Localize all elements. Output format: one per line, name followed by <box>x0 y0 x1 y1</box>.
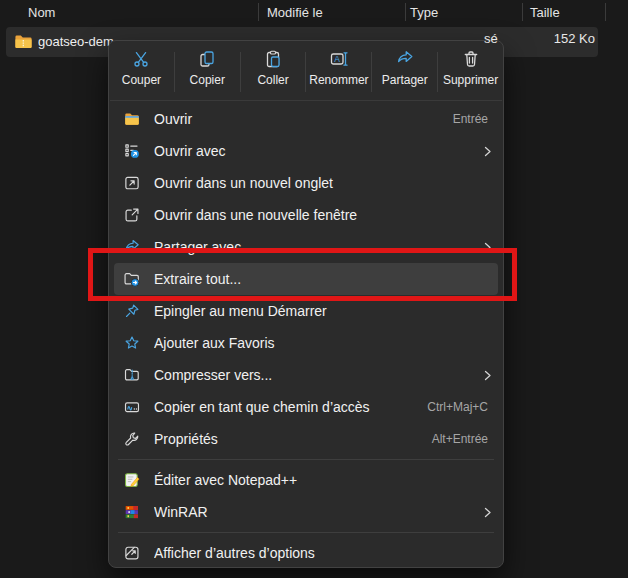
menu-item-label: Ouvrir dans une nouvelle fenêtre <box>154 207 494 223</box>
menu-item-pin[interactable]: Epingler au menu Démarrer <box>114 295 498 327</box>
column-header-size[interactable]: Taille <box>530 5 560 20</box>
notepadpp-icon <box>123 471 141 489</box>
toolbar-button-rename[interactable]: A Renommer <box>306 46 371 100</box>
submenu-chevron-icon <box>481 369 494 382</box>
compress-icon <box>123 366 141 384</box>
winrar-icon <box>123 503 141 521</box>
menu-item-more-options[interactable]: Afficher d’autres d’options <box>114 537 498 569</box>
menu-item-label: Ouvrir dans un nouvel onglet <box>154 175 494 191</box>
toolbar-button-label: Coller <box>257 73 288 87</box>
menu-item-folder-open[interactable]: Ouvrir Entrée <box>114 103 498 135</box>
column-divider[interactable] <box>405 3 406 21</box>
svg-text:A: A <box>334 54 340 64</box>
column-header-type[interactable]: Type <box>410 5 438 20</box>
menu-item-properties[interactable]: Propriétés Alt+Entrée <box>114 423 498 455</box>
new-tab-icon <box>123 174 141 192</box>
column-divider[interactable] <box>258 3 259 21</box>
menu-item-shortcut: Alt+Entrée <box>432 432 488 446</box>
menu-item-label: Extraire tout... <box>154 271 494 287</box>
menu-item-compress[interactable]: Compresser vers... <box>114 359 498 391</box>
menu-item-label: Ouvrir avec <box>154 143 469 159</box>
toolbar-button-label: Couper <box>122 73 161 87</box>
delete-icon <box>461 49 481 69</box>
star-icon <box>123 334 141 352</box>
submenu-chevron-icon <box>481 506 494 519</box>
file-type-fragment: sé <box>484 31 498 46</box>
menu-item-notepadpp[interactable]: Éditer avec Notepad++ <box>114 464 498 496</box>
menu-item-winrar[interactable]: WinRAR <box>114 496 498 528</box>
quick-action-toolbar: Couper Copier Coller A Renommer Partager… <box>109 41 503 100</box>
toolbar-button-paste[interactable]: Coller <box>241 46 306 100</box>
menu-item-shortcut: Entrée <box>453 112 488 126</box>
toolbar-button-label: Supprimer <box>443 73 498 87</box>
file-explorer-window: Nom Modifié le Type Taille goatseo-demo.… <box>0 0 628 578</box>
column-header-name[interactable]: Nom <box>28 5 55 20</box>
menu-item-new-window[interactable]: Ouvrir dans une nouvelle fenêtre <box>114 199 498 231</box>
menu-item-label: Epingler au menu Démarrer <box>154 303 494 319</box>
menu-item-label: WinRAR <box>154 504 469 520</box>
pin-icon <box>123 302 141 320</box>
zip-folder-icon <box>14 32 33 51</box>
menu-item-label: Afficher d’autres d’options <box>154 545 494 561</box>
column-divider[interactable] <box>605 3 606 21</box>
extract-icon <box>123 270 141 288</box>
column-header-modified[interactable]: Modifié le <box>267 5 323 20</box>
menu-item-label: Copier en tant que chemin d’accès <box>154 399 415 415</box>
cut-icon <box>131 49 151 69</box>
toolbar-button-delete[interactable]: Supprimer <box>438 46 503 100</box>
toolbar-button-label: Partager <box>382 73 428 87</box>
menu-item-copy-path[interactable]: Copier en tant que chemin d’accès Ctrl+M… <box>114 391 498 423</box>
toolbar-button-label: Copier <box>190 73 225 87</box>
menu-item-label: Partager avec <box>154 239 469 255</box>
menu-separator <box>118 532 494 533</box>
new-window-icon <box>123 206 141 224</box>
menu-item-open-with[interactable]: Ouvrir avec <box>114 135 498 167</box>
menu-item-label: Ajouter aux Favoris <box>154 335 494 351</box>
menu-item-label: Compresser vers... <box>154 367 469 383</box>
rename-icon: A <box>329 49 349 69</box>
paste-icon <box>263 49 283 69</box>
copy-path-icon <box>123 398 141 416</box>
file-name: goatseo-demo.z <box>38 34 114 49</box>
menu-item-label: Propriétés <box>154 431 420 447</box>
context-menu-list: Ouvrir Entrée Ouvrir avec Ouvrir dans un… <box>109 101 503 573</box>
toolbar-button-copy[interactable]: Copier <box>175 46 240 100</box>
toolbar-button-share[interactable]: Partager <box>372 46 437 100</box>
file-size: 152 Ko <box>545 31 595 46</box>
menu-item-star[interactable]: Ajouter aux Favoris <box>114 327 498 359</box>
properties-icon <box>123 430 141 448</box>
menu-item-extract[interactable]: Extraire tout... <box>114 263 498 295</box>
more-options-icon <box>123 544 141 562</box>
share-with-icon <box>123 238 141 256</box>
menu-item-label: Ouvrir <box>154 111 441 127</box>
context-menu: Couper Copier Coller A Renommer Partager… <box>108 40 504 568</box>
toolbar-button-cut[interactable]: Couper <box>109 46 174 100</box>
menu-item-shortcut: Ctrl+Maj+C <box>427 400 488 414</box>
column-divider[interactable] <box>522 3 523 21</box>
menu-separator <box>118 459 494 460</box>
menu-item-label: Éditer avec Notepad++ <box>154 472 494 488</box>
menu-item-share-with[interactable]: Partager avec <box>114 231 498 263</box>
copy-icon <box>197 49 217 69</box>
submenu-chevron-icon <box>481 145 494 158</box>
submenu-chevron-icon <box>481 241 494 254</box>
folder-open-icon <box>123 110 141 128</box>
menu-item-new-tab[interactable]: Ouvrir dans un nouvel onglet <box>114 167 498 199</box>
share-icon <box>395 49 415 69</box>
open-with-icon <box>123 142 141 160</box>
toolbar-button-label: Renommer <box>309 73 368 87</box>
